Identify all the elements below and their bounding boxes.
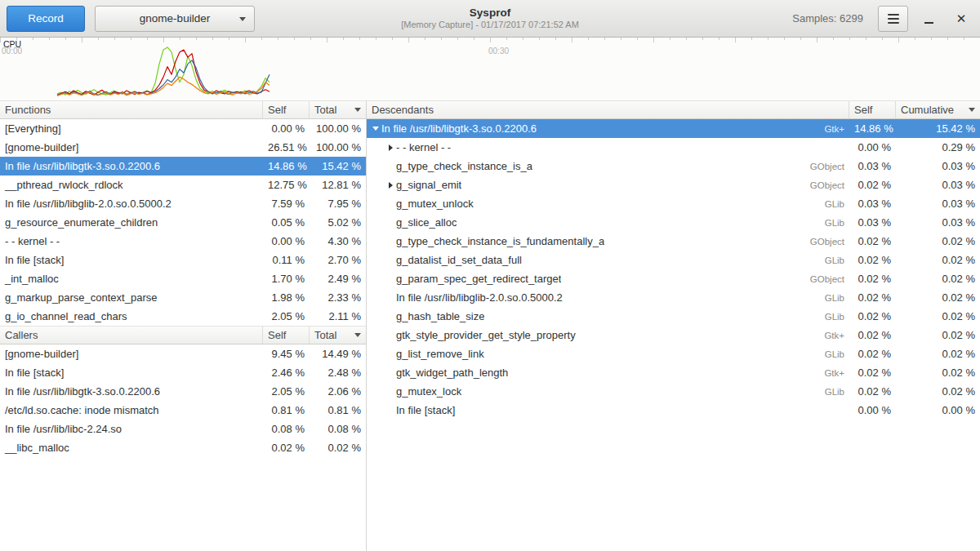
function-name: g_resource_enumerate_children <box>0 216 263 229</box>
descendant-name-cell: g_signal_emit GObject <box>367 179 849 191</box>
table-row[interactable]: g_signal_emit GObject 0.02 % 0.03 % <box>367 176 980 194</box>
library-category-label: GLib <box>817 312 844 322</box>
table-row[interactable]: In file /usr/lib/libgtk-3.so.0.2200.6 2.… <box>0 382 366 401</box>
self-percent: 14.86 % <box>849 122 896 135</box>
table-row[interactable]: g_type_check_instance_is_a GObject 0.03 … <box>367 157 980 176</box>
table-row[interactable]: /etc/ld.so.cache: inode mismatch 0.81 % … <box>0 401 366 420</box>
descendant-name-cell: g_datalist_id_set_data_full GLib <box>367 254 849 266</box>
table-row[interactable]: g_io_channel_read_chars 2.05 % 2.11 % <box>0 307 366 326</box>
cpu-graph[interactable]: CPU 00:00 00:30 <box>0 38 980 100</box>
table-row[interactable]: In file [stack] 0.11 % 2.70 % <box>0 251 366 269</box>
function-name: g_signal_emit <box>396 179 461 191</box>
self-percent: 12.75 % <box>263 179 310 191</box>
self-percent: 14.86 % <box>263 160 310 172</box>
expander-icon[interactable] <box>385 180 396 191</box>
total-percent: 2.70 % <box>310 254 366 266</box>
expander-icon <box>385 330 396 341</box>
column-header-cumulative[interactable]: Cumulative <box>896 101 980 118</box>
self-percent: 0.02 % <box>849 179 896 191</box>
total-percent: 100.00 % <box>310 122 366 135</box>
table-row[interactable]: g_datalist_id_set_data_full GLib 0.02 % … <box>367 251 980 269</box>
table-row[interactable]: In file /usr/lib/libglib-2.0.so.0.5000.2… <box>0 194 366 213</box>
time-tick-label-mid: 00:30 <box>488 47 509 56</box>
title-block: Sysprof [Memory Capture] - 01/17/2017 07… <box>401 6 579 31</box>
cumulative-percent: 0.02 % <box>896 385 980 398</box>
column-header-self[interactable]: Self <box>263 327 310 344</box>
table-row[interactable]: In file [stack] 2.46 % 2.48 % <box>0 363 366 382</box>
column-header-self[interactable]: Self <box>263 101 310 118</box>
column-header-total[interactable]: Total <box>310 101 366 118</box>
table-row[interactable]: _int_malloc 1.70 % 2.49 % <box>0 269 366 288</box>
table-row[interactable]: g_slice_alloc GLib 0.03 % 0.03 % <box>367 213 980 232</box>
column-header-functions[interactable]: Functions <box>0 101 263 118</box>
self-percent: 0.02 % <box>849 385 896 398</box>
descendant-name-cell: - - kernel - - <box>367 141 849 153</box>
table-row[interactable]: g_resource_enumerate_children 0.05 % 5.0… <box>0 213 366 232</box>
window-subtitle: [Memory Capture] - 01/17/2017 07:21:52 A… <box>401 20 579 31</box>
column-header-callers[interactable]: Callers <box>0 327 263 344</box>
function-name: [gnome-builder] <box>0 348 263 360</box>
table-row[interactable]: g_param_spec_get_redirect_target GObject… <box>367 269 980 288</box>
function-name: __libc_malloc <box>0 442 263 454</box>
total-percent: 15.42 % <box>310 160 366 172</box>
descendant-name-cell: In file [stack] <box>367 404 849 416</box>
table-row[interactable]: [gnome-builder] 9.45 % 14.49 % <box>0 344 366 363</box>
table-row[interactable]: gtk_widget_path_length Gtk+ 0.02 % 0.02 … <box>367 363 980 382</box>
self-percent: 0.00 % <box>263 122 310 135</box>
cumulative-percent: 0.03 % <box>896 160 980 172</box>
library-category-label: GLib <box>817 349 844 359</box>
total-percent: 12.81 % <box>310 179 366 191</box>
column-header-descendants[interactable]: Descendants <box>367 101 849 118</box>
close-button[interactable]: ✕ <box>949 7 973 31</box>
main-content: Functions Self Total [Everything] 0.00 %… <box>0 100 980 551</box>
expander-icon[interactable] <box>370 123 381 135</box>
total-percent: 7.95 % <box>310 198 366 210</box>
self-percent: 0.02 % <box>849 273 896 285</box>
cumulative-percent: 15.42 % <box>896 122 980 135</box>
sort-indicator-icon <box>354 333 361 337</box>
total-percent: 0.08 % <box>310 423 366 435</box>
column-header-total-label: Total <box>314 104 336 116</box>
descendant-name-cell: g_hash_table_size GLib <box>367 310 849 322</box>
table-row[interactable]: gtk_style_provider_get_style_property Gt… <box>367 326 980 344</box>
record-button[interactable]: Record <box>7 6 85 32</box>
table-row[interactable]: [gnome-builder] 26.51 % 100.00 % <box>0 138 366 157</box>
table-row[interactable]: __pthread_rwlock_rdlock 12.75 % 12.81 % <box>0 176 366 194</box>
table-row[interactable]: In file /usr/lib/libgtk-3.so.0.2200.6 Gt… <box>367 119 980 138</box>
column-header-self[interactable]: Self <box>849 101 896 118</box>
self-percent: 2.05 % <box>263 385 310 398</box>
cumulative-percent: 0.02 % <box>896 254 980 266</box>
cumulative-percent: 0.03 % <box>896 198 980 210</box>
right-pane-filler <box>367 420 980 551</box>
self-percent: 0.02 % <box>849 329 896 341</box>
descendant-name-cell: g_mutex_unlock GLib <box>367 198 849 210</box>
table-row[interactable]: g_mutex_unlock GLib 0.03 % 0.03 % <box>367 194 980 213</box>
descendant-name-cell: In file /usr/lib/libglib-2.0.so.0.5000.2… <box>367 291 849 304</box>
table-row[interactable]: g_list_remove_link GLib 0.02 % 0.02 % <box>367 344 980 363</box>
time-tick-label-start: 00:00 <box>2 47 22 56</box>
table-row[interactable]: g_type_check_instance_is_fundamentally_a… <box>367 232 980 251</box>
minimize-button[interactable] <box>916 7 941 31</box>
table-row[interactable]: g_mutex_lock GLib 0.02 % 0.02 % <box>367 382 980 401</box>
process-selector-dropdown[interactable]: gnome-builder <box>95 6 255 32</box>
table-row[interactable]: In file /usr/lib/libc-2.24.so 0.08 % 0.0… <box>0 420 366 438</box>
self-percent: 0.11 % <box>263 254 310 266</box>
table-row[interactable]: g_markup_parse_context_parse 1.98 % 2.33… <box>0 288 366 307</box>
table-row[interactable]: [Everything] 0.00 % 100.00 % <box>0 119 366 138</box>
column-header-total[interactable]: Total <box>310 327 366 344</box>
table-row[interactable]: - - kernel - - 0.00 % 4.30 % <box>0 232 366 251</box>
window-title: Sysprof <box>401 6 579 20</box>
table-row[interactable]: __libc_malloc 0.02 % 0.02 % <box>0 438 366 457</box>
table-row[interactable]: In file [stack] 0.00 % 0.00 % <box>367 401 980 420</box>
table-row[interactable]: In file /usr/lib/libglib-2.0.so.0.5000.2… <box>367 288 980 307</box>
function-name: In file /usr/lib/libgtk-3.so.0.2200.6 <box>381 122 537 135</box>
table-row[interactable]: g_hash_table_size GLib 0.02 % 0.02 % <box>367 307 980 326</box>
callers-table-body: [gnome-builder] 9.45 % 14.49 % In file [… <box>0 344 366 457</box>
table-row[interactable]: In file /usr/lib/libgtk-3.so.0.2200.6 14… <box>0 157 366 176</box>
table-row[interactable]: - - kernel - - 0.00 % 0.29 % <box>367 138 980 157</box>
menu-button[interactable] <box>878 6 908 32</box>
expander-icon[interactable] <box>385 142 396 153</box>
total-percent: 14.49 % <box>310 348 366 360</box>
expander-icon <box>385 292 396 304</box>
self-percent: 0.02 % <box>849 291 896 304</box>
